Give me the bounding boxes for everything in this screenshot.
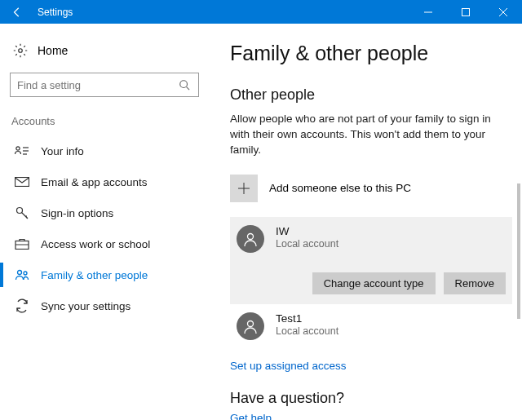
- add-label: Add someone else to this PC: [269, 182, 411, 194]
- sidebar-item-email[interactable]: Email & app accounts: [10, 166, 199, 197]
- gear-icon: [13, 43, 28, 58]
- search-input[interactable]: [17, 79, 177, 91]
- sidebar: Home Accounts Your info Email & app acco…: [0, 24, 209, 420]
- sidebar-item-family[interactable]: Family & other people: [10, 259, 199, 290]
- sidebar-item-work[interactable]: Access work or school: [10, 228, 199, 259]
- close-button[interactable]: [484, 0, 522, 24]
- maximize-button[interactable]: [447, 0, 484, 24]
- people-icon: [15, 267, 29, 282]
- account-item[interactable]: Test1 Local account: [230, 304, 512, 348]
- add-someone-button[interactable]: Add someone else to this PC: [230, 173, 522, 204]
- plus-icon: [230, 175, 258, 202]
- sidebar-item-your-info[interactable]: Your info: [10, 135, 199, 166]
- svg-point-14: [18, 271, 22, 275]
- account-type: Local account: [276, 238, 338, 250]
- nav-label: Family & other people: [41, 269, 148, 281]
- svg-point-4: [19, 49, 23, 53]
- account-info: Test1 Local account: [276, 312, 338, 337]
- section-description: Allow people who are not part of your fa…: [230, 112, 499, 158]
- person-card-icon: [15, 144, 29, 158]
- search-icon: [177, 77, 192, 92]
- nav-label: Sync your settings: [41, 300, 130, 312]
- key-icon: [15, 206, 29, 220]
- nav-label: Access work or school: [41, 238, 150, 250]
- svg-point-18: [248, 233, 254, 239]
- nav-label: Your info: [41, 145, 84, 157]
- account-name: IW: [276, 225, 338, 237]
- svg-line-6: [187, 87, 190, 91]
- get-help-link[interactable]: Get help: [230, 412, 522, 420]
- account-info: IW Local account: [276, 225, 338, 250]
- mail-icon: [15, 175, 29, 189]
- svg-point-7: [16, 147, 20, 150]
- question-title: Have a question?: [230, 390, 522, 407]
- window-controls: [409, 0, 522, 24]
- nav-label: Sign-in options: [41, 207, 113, 219]
- sidebar-item-signin[interactable]: Sign-in options: [10, 197, 199, 228]
- svg-point-12: [17, 208, 23, 214]
- back-button[interactable]: [0, 0, 34, 24]
- svg-point-5: [180, 81, 188, 88]
- titlebar: Settings: [0, 0, 522, 24]
- change-account-type-button[interactable]: Change account type: [312, 272, 436, 294]
- avatar-icon: [237, 312, 264, 340]
- minimize-button[interactable]: [409, 0, 447, 24]
- nav-label: Email & app accounts: [41, 176, 148, 188]
- page-title: Family & other people: [230, 42, 522, 65]
- svg-rect-1: [462, 8, 470, 15]
- briefcase-icon: [15, 237, 29, 251]
- account-actions: Change account type Remove: [237, 272, 506, 294]
- account-name: Test1: [276, 312, 338, 325]
- svg-point-19: [248, 321, 254, 326]
- scrollbar[interactable]: [517, 183, 520, 319]
- svg-point-15: [24, 272, 27, 275]
- account-type: Local account: [276, 325, 338, 337]
- sidebar-item-sync[interactable]: Sync your settings: [10, 290, 199, 321]
- home-label: Home: [38, 44, 68, 57]
- home-button[interactable]: Home: [10, 38, 199, 63]
- sync-icon: [15, 298, 29, 313]
- main-content: Family & other people Other people Allow…: [209, 24, 522, 420]
- question-section: Have a question? Get help: [230, 390, 522, 420]
- window-title: Settings: [34, 7, 73, 18]
- account-item-selected[interactable]: IW Local account Change account type Rem…: [230, 217, 512, 304]
- avatar-icon: [237, 225, 264, 253]
- section-title: Other people: [230, 86, 522, 104]
- assigned-access-link[interactable]: Set up assigned access: [230, 360, 522, 372]
- search-box[interactable]: [10, 73, 199, 97]
- section-label: Accounts: [11, 115, 199, 127]
- remove-button[interactable]: Remove: [444, 272, 506, 294]
